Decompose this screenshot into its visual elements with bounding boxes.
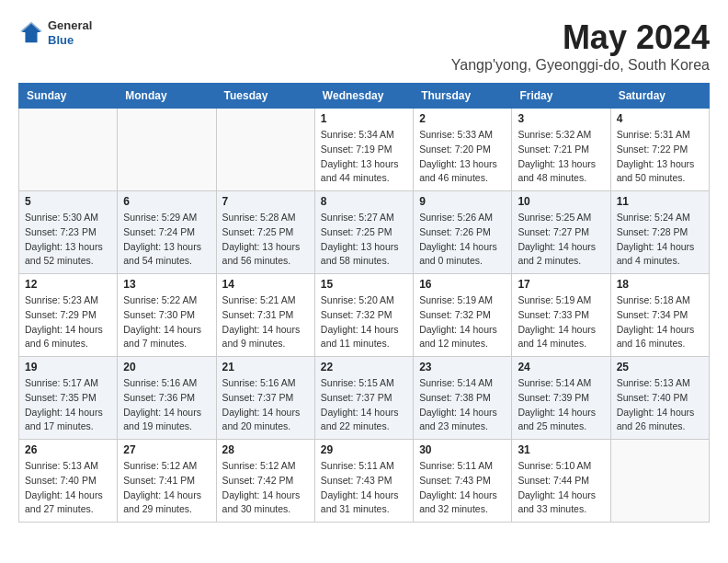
calendar-cell: 14Sunrise: 5:21 AMSunset: 7:31 PMDayligh…	[216, 274, 314, 357]
calendar-cell: 16Sunrise: 5:19 AMSunset: 7:32 PMDayligh…	[414, 274, 512, 357]
calendar-cell: 9Sunrise: 5:26 AMSunset: 7:26 PMDaylight…	[414, 191, 512, 274]
logo: General Blue	[18, 18, 92, 47]
calendar-cell: 24Sunrise: 5:14 AMSunset: 7:39 PMDayligh…	[512, 357, 610, 440]
weekday-header-thursday: Thursday	[414, 84, 512, 109]
day-info: Sunrise: 5:30 AMSunset: 7:23 PMDaylight:…	[25, 211, 111, 269]
calendar-cell: 21Sunrise: 5:16 AMSunset: 7:37 PMDayligh…	[216, 357, 314, 440]
day-number: 8	[321, 195, 407, 208]
day-number: 19	[25, 361, 111, 373]
day-number: 22	[321, 361, 407, 373]
day-info: Sunrise: 5:20 AMSunset: 7:32 PMDaylight:…	[321, 293, 407, 351]
day-info: Sunrise: 5:22 AMSunset: 7:30 PMDaylight:…	[123, 293, 210, 351]
day-number: 2	[419, 112, 506, 125]
day-number: 27	[123, 443, 210, 456]
week-row-3: 12Sunrise: 5:23 AMSunset: 7:29 PMDayligh…	[19, 274, 710, 357]
logo-general: General	[48, 18, 92, 33]
day-info: Sunrise: 5:25 AMSunset: 7:27 PMDaylight:…	[518, 211, 604, 269]
page-header: General Blue May 2024 Yangp'yong, Gyeong…	[18, 18, 710, 74]
calendar-table: SundayMondayTuesdayWednesdayThursdayFrid…	[18, 83, 710, 523]
calendar-cell: 1Sunrise: 5:34 AMSunset: 7:19 PMDaylight…	[314, 109, 413, 191]
weekday-header-friday: Friday	[512, 84, 610, 109]
day-number: 23	[419, 361, 506, 373]
day-info: Sunrise: 5:19 AMSunset: 7:32 PMDaylight:…	[419, 293, 506, 351]
calendar-cell: 2Sunrise: 5:33 AMSunset: 7:20 PMDaylight…	[414, 109, 512, 191]
day-number: 4	[617, 112, 703, 125]
calendar-cell: 8Sunrise: 5:27 AMSunset: 7:25 PMDaylight…	[314, 191, 413, 274]
calendar-cell	[19, 109, 118, 191]
calendar-cell: 26Sunrise: 5:13 AMSunset: 7:40 PMDayligh…	[19, 440, 118, 523]
day-info: Sunrise: 5:16 AMSunset: 7:36 PMDaylight:…	[123, 376, 210, 434]
day-number: 1	[321, 112, 407, 125]
day-info: Sunrise: 5:29 AMSunset: 7:24 PMDaylight:…	[123, 211, 210, 269]
calendar-cell: 6Sunrise: 5:29 AMSunset: 7:24 PMDaylight…	[118, 191, 216, 274]
day-info: Sunrise: 5:11 AMSunset: 7:43 PMDaylight:…	[321, 459, 407, 517]
day-info: Sunrise: 5:12 AMSunset: 7:42 PMDaylight:…	[222, 459, 309, 517]
weekday-header-saturday: Saturday	[610, 84, 709, 109]
day-info: Sunrise: 5:34 AMSunset: 7:19 PMDaylight:…	[321, 128, 407, 186]
day-number: 15	[321, 278, 407, 291]
day-number: 30	[419, 443, 506, 456]
weekday-header-tuesday: Tuesday	[216, 84, 314, 109]
day-number: 16	[419, 278, 506, 291]
calendar-cell	[216, 109, 314, 191]
week-row-2: 5Sunrise: 5:30 AMSunset: 7:23 PMDaylight…	[19, 191, 710, 274]
day-number: 26	[25, 443, 111, 456]
calendar-cell: 19Sunrise: 5:17 AMSunset: 7:35 PMDayligh…	[19, 357, 118, 440]
day-number: 14	[222, 278, 309, 291]
calendar-cell: 13Sunrise: 5:22 AMSunset: 7:30 PMDayligh…	[118, 274, 216, 357]
day-number: 7	[222, 195, 309, 208]
calendar-cell: 18Sunrise: 5:18 AMSunset: 7:34 PMDayligh…	[610, 274, 709, 357]
calendar-cell	[610, 440, 709, 523]
calendar-cell: 27Sunrise: 5:12 AMSunset: 7:41 PMDayligh…	[118, 440, 216, 523]
calendar-cell: 30Sunrise: 5:11 AMSunset: 7:43 PMDayligh…	[414, 440, 512, 523]
calendar-cell: 31Sunrise: 5:10 AMSunset: 7:44 PMDayligh…	[512, 440, 610, 523]
day-number: 18	[617, 278, 703, 291]
day-number: 24	[518, 361, 604, 373]
day-number: 10	[518, 195, 604, 208]
calendar-cell: 17Sunrise: 5:19 AMSunset: 7:33 PMDayligh…	[512, 274, 610, 357]
day-number: 13	[123, 278, 210, 291]
day-info: Sunrise: 5:17 AMSunset: 7:35 PMDaylight:…	[25, 376, 111, 434]
weekday-header-sunday: Sunday	[19, 84, 118, 109]
day-number: 6	[123, 195, 210, 208]
weekday-header-monday: Monday	[118, 84, 216, 109]
day-info: Sunrise: 5:11 AMSunset: 7:43 PMDaylight:…	[419, 459, 506, 517]
day-info: Sunrise: 5:23 AMSunset: 7:29 PMDaylight:…	[25, 293, 111, 351]
day-info: Sunrise: 5:14 AMSunset: 7:38 PMDaylight:…	[419, 376, 506, 434]
day-number: 5	[25, 195, 111, 208]
day-info: Sunrise: 5:32 AMSunset: 7:21 PMDaylight:…	[518, 128, 604, 186]
logo-icon	[18, 20, 44, 46]
day-info: Sunrise: 5:12 AMSunset: 7:41 PMDaylight:…	[123, 459, 210, 517]
day-info: Sunrise: 5:19 AMSunset: 7:33 PMDaylight:…	[518, 293, 604, 351]
week-row-1: 1Sunrise: 5:34 AMSunset: 7:19 PMDaylight…	[19, 109, 710, 191]
day-info: Sunrise: 5:27 AMSunset: 7:25 PMDaylight:…	[321, 211, 407, 269]
day-number: 12	[25, 278, 111, 291]
calendar-cell: 20Sunrise: 5:16 AMSunset: 7:36 PMDayligh…	[118, 357, 216, 440]
logo-blue: Blue	[48, 33, 92, 48]
day-number: 3	[518, 112, 604, 125]
weekday-header-wednesday: Wednesday	[314, 84, 413, 109]
day-info: Sunrise: 5:15 AMSunset: 7:37 PMDaylight:…	[321, 376, 407, 434]
day-number: 28	[222, 443, 309, 456]
day-number: 9	[419, 195, 506, 208]
day-info: Sunrise: 5:24 AMSunset: 7:28 PMDaylight:…	[617, 211, 703, 269]
calendar-cell: 28Sunrise: 5:12 AMSunset: 7:42 PMDayligh…	[216, 440, 314, 523]
day-info: Sunrise: 5:14 AMSunset: 7:39 PMDaylight:…	[518, 376, 604, 434]
calendar-cell: 29Sunrise: 5:11 AMSunset: 7:43 PMDayligh…	[314, 440, 413, 523]
day-info: Sunrise: 5:28 AMSunset: 7:25 PMDaylight:…	[222, 211, 309, 269]
month-year-title: May 2024	[451, 18, 710, 57]
day-info: Sunrise: 5:18 AMSunset: 7:34 PMDaylight:…	[617, 293, 703, 351]
calendar-cell: 10Sunrise: 5:25 AMSunset: 7:27 PMDayligh…	[512, 191, 610, 274]
calendar-cell: 25Sunrise: 5:13 AMSunset: 7:40 PMDayligh…	[610, 357, 709, 440]
day-number: 21	[222, 361, 309, 373]
calendar-cell: 22Sunrise: 5:15 AMSunset: 7:37 PMDayligh…	[314, 357, 413, 440]
day-info: Sunrise: 5:33 AMSunset: 7:20 PMDaylight:…	[419, 128, 506, 186]
week-row-5: 26Sunrise: 5:13 AMSunset: 7:40 PMDayligh…	[19, 440, 710, 523]
calendar-cell: 4Sunrise: 5:31 AMSunset: 7:22 PMDaylight…	[610, 109, 709, 191]
calendar-cell: 15Sunrise: 5:20 AMSunset: 7:32 PMDayligh…	[314, 274, 413, 357]
day-number: 11	[617, 195, 703, 208]
week-row-4: 19Sunrise: 5:17 AMSunset: 7:35 PMDayligh…	[19, 357, 710, 440]
day-number: 25	[617, 361, 703, 373]
day-number: 20	[123, 361, 210, 373]
title-block: May 2024 Yangp'yong, Gyeonggi-do, South …	[451, 18, 710, 74]
